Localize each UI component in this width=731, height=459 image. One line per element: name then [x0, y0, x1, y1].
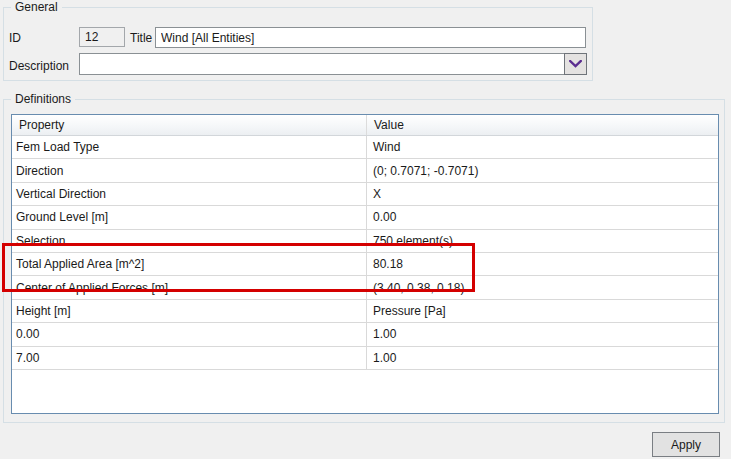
- table-header-row: Property Value: [12, 115, 718, 136]
- value-cell: Wind: [367, 136, 718, 158]
- table-row-highlighted[interactable]: Center of Applied Forces [m] (3.40, 0.38…: [12, 276, 718, 299]
- property-cell: 7.00: [12, 347, 367, 369]
- table-row[interactable]: Vertical Direction X: [12, 183, 718, 206]
- property-cell: Height [m]: [12, 300, 367, 322]
- title-label: Title: [130, 31, 152, 45]
- value-cell: 0.00: [367, 206, 718, 228]
- column-header-value[interactable]: Value: [367, 115, 718, 135]
- id-field: [79, 27, 125, 47]
- table-row[interactable]: Direction (0; 0.7071; -0.7071): [12, 159, 718, 182]
- value-cell: (3.40, 0.38, 0.18): [367, 276, 718, 298]
- property-cell: Vertical Direction: [12, 183, 367, 205]
- value-cell: 1.00: [367, 347, 718, 369]
- table-row[interactable]: Selection 750 element(s): [12, 230, 718, 253]
- table-row[interactable]: Ground Level [m] 0.00: [12, 206, 718, 229]
- property-cell: 0.00: [12, 323, 367, 345]
- property-cell: Center of Applied Forces [m]: [12, 276, 367, 298]
- property-cell: Fem Load Type: [12, 136, 367, 158]
- value-cell: Pressure [Pa]: [367, 300, 718, 322]
- title-field[interactable]: [155, 27, 586, 48]
- value-cell: 80.18: [367, 253, 718, 275]
- property-cell: Direction: [12, 159, 367, 181]
- table-row[interactable]: 0.00 1.00: [12, 323, 718, 346]
- property-cell: Ground Level [m]: [12, 206, 367, 228]
- value-cell: (0; 0.7071; -0.7071): [367, 159, 718, 181]
- property-cell: Total Applied Area [m^2]: [12, 253, 367, 275]
- table-row[interactable]: Fem Load Type Wind: [12, 136, 718, 159]
- property-cell: Selection: [12, 230, 367, 252]
- table-row-highlighted[interactable]: Total Applied Area [m^2] 80.18: [12, 253, 718, 276]
- table-empty-area: [12, 370, 718, 413]
- definitions-groupbox: Definitions Property Value Fem Load Type…: [3, 99, 725, 423]
- value-cell: 750 element(s): [367, 230, 718, 252]
- column-header-property[interactable]: Property: [12, 115, 367, 135]
- table-row[interactable]: 7.00 1.00: [12, 347, 718, 370]
- general-groupbox: General ID Title Description: [3, 7, 593, 81]
- value-cell: X: [367, 183, 718, 205]
- general-group-title: General: [11, 0, 62, 15]
- id-label: ID: [9, 31, 21, 45]
- value-cell: 1.00: [367, 323, 718, 345]
- description-dropdown-button[interactable]: [564, 53, 587, 75]
- description-label: Description: [9, 59, 69, 73]
- chevron-down-icon: [569, 60, 582, 68]
- definitions-table: Property Value Fem Load Type Wind Direct…: [11, 114, 719, 414]
- description-field[interactable]: [79, 53, 565, 75]
- table-row[interactable]: Height [m] Pressure [Pa]: [12, 300, 718, 323]
- definitions-group-title: Definitions: [11, 92, 75, 107]
- apply-button[interactable]: Apply: [652, 432, 720, 457]
